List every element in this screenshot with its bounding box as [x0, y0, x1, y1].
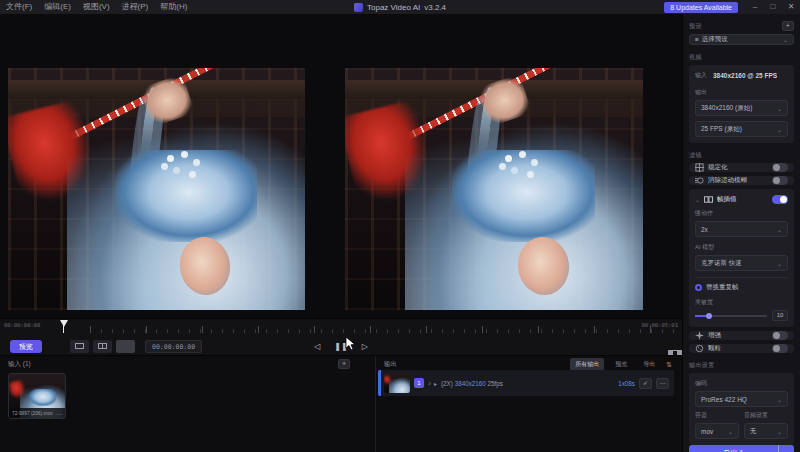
current-timecode-display: 00:00:00:00	[145, 340, 202, 353]
playhead[interactable]	[60, 320, 68, 327]
enhancement-label: 增强	[708, 331, 768, 340]
video-input-value: 3840x2160 @ 25 FPS	[713, 72, 777, 79]
output-settings-card: 编码 ProRes 422 HQ ⌄ 容器 mov ⌄ 音频设置 无	[689, 373, 794, 445]
filter-motion-deblur[interactable]: 消除运动模糊	[689, 176, 794, 185]
framerate-dropdown[interactable]: 25 FPS (原始) ⌄	[695, 121, 788, 137]
motion-deblur-toggle[interactable]	[772, 176, 788, 185]
presets-header-label: 预设	[689, 22, 702, 31]
video-still-art	[8, 68, 305, 310]
transport-controls: ◁ ❚❚ ▷	[314, 340, 368, 353]
sensitivity-value[interactable]: 10	[772, 310, 788, 321]
minimize-button[interactable]: –	[746, 0, 764, 14]
chevron-down-icon: ⌄	[777, 105, 782, 112]
preview-frame-processed[interactable]	[345, 68, 643, 310]
preview-button[interactable]: 预览	[10, 340, 42, 353]
input-file-name: 72-9997 (206).mov	[12, 411, 53, 416]
filter-frame-interpolation: ⌄ 帧插值 慢动作 2x ⌄ AI 模型 克罗诺斯 快速 ⌄	[689, 189, 794, 327]
add-input-button[interactable]: +	[338, 359, 350, 369]
inputs-header: 输入 (1)	[8, 360, 31, 369]
slider-knob[interactable]	[706, 313, 712, 319]
collapse-chevron-icon[interactable]: ⌄	[695, 196, 700, 203]
container-dropdown[interactable]: mov ⌄	[695, 423, 739, 439]
menu-view[interactable]: 视图(V)	[77, 0, 116, 14]
stabilization-icon	[695, 163, 704, 172]
view-single-button[interactable]	[70, 340, 89, 353]
output-row[interactable]: 1 ♪ ▸ (2X) 3840x2160 25fps 1x08s ✓ ⋯	[378, 370, 674, 396]
close-button[interactable]: ✕	[782, 0, 800, 14]
chevron-down-icon: ⌄	[777, 428, 782, 435]
audio-dropdown[interactable]: 无 ⌄	[744, 423, 788, 439]
menu-file[interactable]: 文件(F)	[0, 0, 38, 14]
clips-panel: 输入 (1) + 72-9997 (206).mov ⋯ 输出 所有输出 预览 …	[0, 355, 682, 452]
stabilization-toggle[interactable]	[772, 163, 788, 172]
encoder-dropdown[interactable]: ProRes 422 HQ ⌄	[695, 391, 788, 407]
preview-frame-original[interactable]	[8, 68, 305, 310]
output-row-actions: 1x08s ✓ ⋯	[618, 378, 674, 389]
grain-toggle[interactable]	[772, 344, 788, 353]
input-more-icon[interactable]: ⋯	[56, 410, 62, 417]
previous-frame-button[interactable]: ◁	[314, 340, 320, 353]
video-still-art	[345, 68, 643, 310]
updates-badge[interactable]: 8 Updates Available	[664, 2, 738, 13]
presets-section-header: 预设 +	[689, 21, 794, 31]
container-value: mov	[701, 428, 713, 435]
view-split-button[interactable]	[93, 340, 112, 353]
headdress-art	[29, 389, 56, 406]
filters-header-label: 滤镜	[689, 151, 702, 160]
app-version: v3.2.4	[424, 3, 446, 12]
slider-fill	[695, 315, 706, 317]
outputs-header: 输出	[384, 360, 397, 369]
timeline-ruler[interactable]: 00:00:00:00 00:00:05:01	[0, 319, 682, 333]
frame-interpolation-toggle[interactable]	[772, 195, 788, 204]
output-status: 1x08s	[618, 380, 635, 387]
radio-selected-icon	[695, 284, 702, 291]
ai-model-dropdown[interactable]: 克罗诺斯 快速 ⌄	[695, 255, 788, 271]
preset-list-icon: ≡	[695, 36, 699, 43]
chevron-down-icon: ⌄	[777, 260, 782, 267]
slowmo-dropdown[interactable]: 2x ⌄	[695, 221, 788, 237]
output-settings-header: 输出设置	[689, 361, 794, 370]
sort-icon[interactable]: ⇅	[666, 361, 672, 369]
filter-grain[interactable]: 颗粒	[689, 344, 794, 353]
resolution-dropdown[interactable]: 3840x2160 (原始) ⌄	[695, 100, 788, 116]
preset-dropdown[interactable]: ≡ 选择预设 ⌄	[689, 34, 794, 45]
chevron-down-icon: ⌄	[777, 396, 782, 403]
next-frame-button[interactable]: ▷	[362, 340, 368, 353]
output-more-button[interactable]: ⋯	[656, 378, 669, 389]
mouse-cursor	[345, 336, 356, 351]
grain-icon	[695, 344, 704, 353]
output-check-button[interactable]: ✓	[639, 378, 652, 389]
menu-process[interactable]: 进程(P)	[116, 0, 155, 14]
chevron-down-icon: ⌄	[783, 36, 788, 43]
export-button-label: 导出 1	[689, 448, 778, 452]
container-label: 容器	[695, 411, 739, 420]
maximize-button[interactable]: □	[764, 0, 782, 14]
sensitivity-slider[interactable]	[695, 315, 767, 317]
split-view-icon	[98, 343, 107, 349]
filter-stabilization[interactable]: 稳定化	[689, 163, 794, 172]
resolution-value: 3840x2160 (原始)	[701, 104, 752, 113]
video-section-header: 视频	[689, 53, 794, 62]
output-prefix: (2X)	[441, 380, 453, 387]
output-resolution: 3840x2160	[455, 380, 486, 387]
preview-area	[0, 14, 682, 318]
enhancement-toggle[interactable]	[772, 331, 788, 340]
add-preset-button[interactable]: +	[782, 21, 794, 31]
menu-help[interactable]: 帮助(H)	[154, 0, 193, 14]
menu-edit[interactable]: 编辑(E)	[38, 0, 77, 14]
app-logo-icon	[354, 3, 363, 12]
export-button[interactable]: 导出 1 ⌄	[689, 445, 794, 452]
filters-section-header: 滤镜	[689, 151, 794, 160]
frame-interpolation-header[interactable]: ⌄ 帧插值	[689, 189, 794, 209]
container-audio-row: 容器 mov ⌄ 音频设置 无 ⌄	[695, 411, 788, 439]
view-side-by-side-button[interactable]	[116, 340, 135, 353]
panel-divider	[375, 356, 376, 452]
replace-duplicate-frames-option[interactable]: 替换重复帧	[695, 283, 788, 292]
ai-model-label: AI 模型	[695, 243, 788, 252]
motion-deblur-label: 消除运动模糊	[708, 176, 768, 185]
motion-deblur-icon	[695, 176, 704, 185]
input-clip-thumbnail[interactable]: 72-9997 (206).mov ⋯	[8, 373, 66, 419]
export-chevron-icon[interactable]: ⌄	[778, 445, 794, 452]
filter-enhancement[interactable]: 增强	[689, 331, 794, 340]
chevron-down-icon: ⌄	[777, 126, 782, 133]
